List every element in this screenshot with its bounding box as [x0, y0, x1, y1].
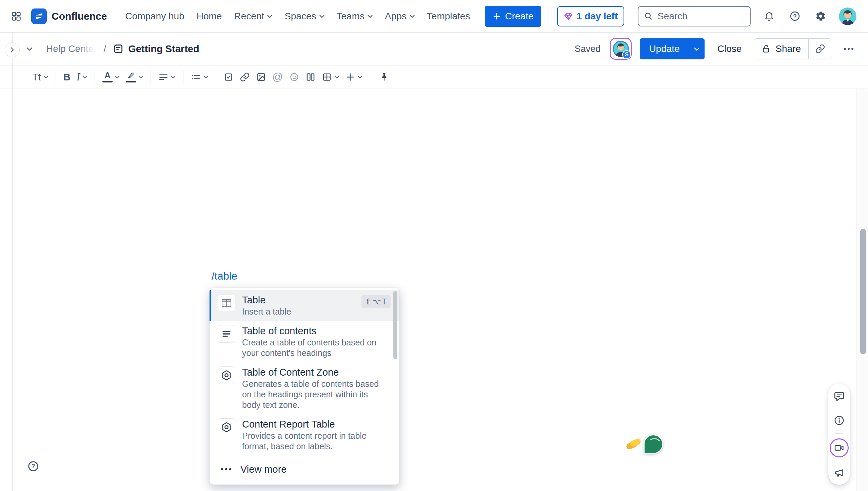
close-button[interactable]: Close	[717, 43, 742, 54]
nav-apps[interactable]: Apps	[385, 11, 415, 22]
details-info-icon[interactable]	[833, 415, 845, 426]
expand-sidebar-button[interactable]	[5, 42, 20, 57]
update-button[interactable]: Update	[640, 38, 689, 59]
nav-teams[interactable]: Teams	[337, 11, 373, 22]
page-title: Getting Started	[128, 43, 199, 55]
right-tools-pill	[828, 384, 850, 485]
editor-toolbar: Tt B I A	[0, 65, 868, 89]
help-icon[interactable]: ?	[787, 9, 802, 24]
menu-item-text: Table of Content Zone Generates a table …	[242, 366, 391, 410]
menu-item-table-of-contents[interactable]: Table of contents Create a table of cont…	[210, 321, 399, 362]
page-header-bar: Help Center / Getting Started Saved	[0, 33, 868, 65]
menu-item-table-of-content-zone[interactable]: Table of Content Zone Generates a table …	[210, 362, 399, 414]
search-icon	[644, 12, 653, 21]
share-button-group: Share	[754, 38, 832, 59]
nav-templates[interactable]: Templates	[427, 11, 470, 22]
share-button[interactable]: Share	[754, 39, 808, 59]
task-checkbox-button[interactable]	[220, 69, 237, 85]
plus-icon	[492, 12, 501, 21]
trial-days-left-button[interactable]: 1 day left	[557, 6, 624, 26]
menu-item-text: Content Report Table Provides a content …	[242, 418, 391, 452]
page-scrollbar-thumb[interactable]	[860, 229, 866, 354]
insert-table-button[interactable]	[319, 69, 342, 85]
macro-hexagon-icon	[218, 418, 235, 436]
record-video-beacon[interactable]	[830, 438, 849, 457]
divider	[370, 71, 370, 83]
collaborator-presence	[626, 434, 663, 454]
topnav-right: 1 day left ?	[557, 6, 856, 26]
announcement-megaphone-icon[interactable]	[833, 467, 845, 478]
update-split-button: Update	[640, 38, 704, 59]
menu-item-table[interactable]: Table Insert a table ⇧⌥T	[210, 290, 399, 321]
chevron-down-icon	[319, 15, 324, 18]
unlock-icon	[762, 44, 771, 54]
svg-text:?: ?	[793, 13, 797, 20]
keyboard-shortcut-badge: ⇧⌥T	[361, 295, 391, 308]
app-switcher-icon[interactable]	[9, 9, 24, 24]
svg-text:?: ?	[32, 463, 35, 470]
align-left-icon	[158, 73, 169, 81]
primary-nav: Company hub Home Recent Spaces Teams App…	[125, 11, 470, 22]
layouts-button[interactable]	[302, 69, 319, 85]
update-options-chevron-icon[interactable]	[689, 38, 705, 59]
pin-toolbar-icon[interactable]	[377, 69, 392, 85]
text-align-button[interactable]	[155, 69, 179, 85]
nav-spaces[interactable]: Spaces	[284, 11, 324, 22]
editor-canvas[interactable]: /table Table Insert a table	[0, 89, 868, 491]
copy-link-icon[interactable]	[809, 39, 832, 59]
current-highlight-swatch	[126, 81, 136, 82]
menu-item-content-report-table[interactable]: Content Report Table Provides a content …	[210, 414, 399, 454]
current-color-swatch	[102, 81, 113, 82]
comments-icon[interactable]	[833, 391, 845, 402]
page-body: Help Center / Getting Started Saved	[0, 33, 868, 491]
menu-scrollbar-thumb[interactable]	[393, 291, 397, 359]
more-actions-icon[interactable]	[841, 44, 856, 53]
bold-button[interactable]: B	[60, 69, 74, 85]
nav-recent[interactable]: Recent	[234, 11, 272, 22]
help-icon[interactable]: ?	[27, 460, 39, 472]
top-navigation-bar: Confluence Company hub Home Recent Space…	[0, 0, 868, 33]
create-button[interactable]: Create	[485, 6, 541, 27]
topnav-left: Confluence Company hub Home Recent Space…	[9, 6, 541, 27]
highlighter-icon	[126, 72, 135, 79]
text-styles-button[interactable]: Tt	[29, 69, 51, 85]
bullet-list-button[interactable]	[188, 69, 211, 85]
slash-command-menu: Table Insert a table ⇧⌥T Table of conten…	[210, 288, 399, 485]
insert-more-button[interactable]	[342, 69, 366, 85]
nav-company-hub[interactable]: Company hub	[125, 11, 184, 22]
insert-image-button[interactable]	[253, 69, 269, 85]
bullet-list-icon	[191, 73, 201, 81]
command-menu-list: Table Insert a table ⇧⌥T Table of conten…	[210, 288, 399, 454]
handshake-emoji	[626, 438, 642, 451]
breadcrumb-separator: /	[103, 43, 106, 54]
link-button[interactable]	[237, 69, 253, 85]
slash-command-text: /table	[212, 270, 237, 282]
page-scrollbar-track[interactable]	[856, 89, 868, 491]
menu-item-text: Table Insert a table	[242, 294, 355, 317]
gem-icon	[564, 12, 573, 21]
collaborator-status-badge: S	[622, 50, 631, 59]
highlight-color-button[interactable]	[123, 69, 146, 85]
confluence-brand[interactable]: Confluence	[31, 8, 107, 24]
mention-button[interactable]: @	[269, 69, 286, 85]
settings-gear-icon[interactable]	[813, 9, 828, 24]
table-icon	[218, 294, 235, 312]
italic-more-formatting-button[interactable]: I	[74, 69, 90, 85]
collaborator-avatar[interactable]: S	[610, 38, 632, 60]
breadcrumb: Help Center / Getting Started	[46, 43, 199, 55]
menu-item-text: Table of contents Create a table of cont…	[242, 325, 391, 358]
breadcrumb-chevron-down-icon[interactable]	[26, 47, 33, 51]
collaborator-cursor-avatar	[644, 434, 663, 454]
nav-home[interactable]: Home	[197, 11, 222, 22]
chevron-down-icon	[267, 15, 272, 18]
notifications-bell-icon[interactable]	[762, 9, 776, 24]
search-bar[interactable]	[638, 6, 751, 26]
emoji-button[interactable]	[286, 69, 302, 85]
user-avatar[interactable]	[839, 7, 856, 25]
search-input[interactable]	[657, 11, 745, 22]
macro-hexagon-icon	[218, 366, 235, 384]
breadcrumb-parent-link[interactable]: Help Center	[46, 43, 97, 54]
divider	[56, 71, 56, 83]
view-more-button[interactable]: View more	[210, 454, 399, 485]
text-color-button[interactable]: A	[99, 69, 123, 85]
